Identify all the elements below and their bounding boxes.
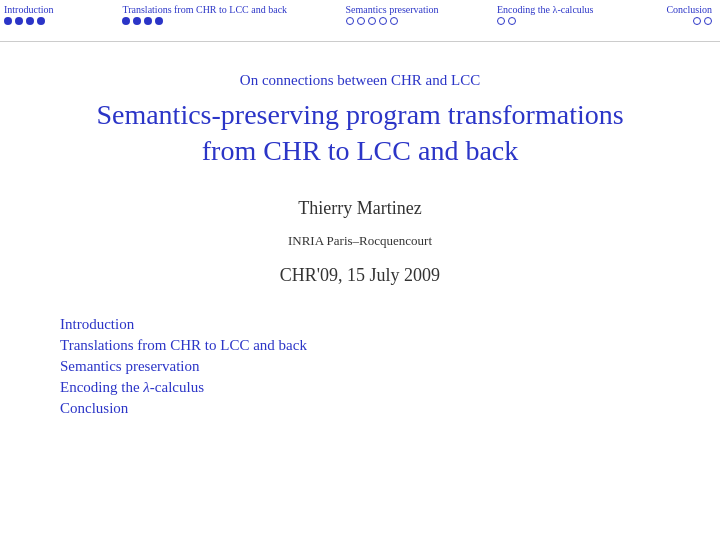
- title-line-2: from CHR to LCC and back: [202, 135, 519, 166]
- nav-bar: Introduction Translations from CHR to LC…: [0, 0, 720, 42]
- nav-item-encoding[interactable]: Encoding the λ-calculus: [497, 4, 593, 25]
- toc-item-translations[interactable]: Translations from CHR to LCC and back: [60, 337, 307, 354]
- toc-item-encoding[interactable]: Encoding the λ-calculus: [60, 379, 307, 396]
- nav-label-semantics: Semantics preservation: [346, 4, 439, 15]
- dot-1: [346, 17, 354, 25]
- dot-2: [508, 17, 516, 25]
- dot-1: [693, 17, 701, 25]
- nav-label-encoding: Encoding the λ-calculus: [497, 4, 593, 15]
- main-content: On connections between CHR and LCC Seman…: [0, 42, 720, 437]
- dot-2: [357, 17, 365, 25]
- main-title: Semantics-preserving program transformat…: [96, 97, 623, 170]
- nav-item-translations[interactable]: Translations from CHR to LCC and back: [122, 4, 287, 25]
- nav-label-translations: Translations from CHR to LCC and back: [122, 4, 287, 15]
- conference-date: CHR'09, 15 July 2009: [280, 265, 440, 286]
- dot-3: [368, 17, 376, 25]
- toc-item-conclusion[interactable]: Conclusion: [60, 400, 307, 417]
- nav-item-conclusion[interactable]: Conclusion: [652, 4, 712, 25]
- institution-name: INRIA Paris–Rocquencourt: [288, 233, 432, 249]
- dot-3: [26, 17, 34, 25]
- dot-2: [704, 17, 712, 25]
- subtitle: On connections between CHR and LCC: [240, 72, 480, 89]
- toc-item-semantics[interactable]: Semantics preservation: [60, 358, 307, 375]
- nav-dots-introduction: [4, 17, 45, 25]
- table-of-contents: Introduction Translations from CHR to LC…: [60, 316, 307, 417]
- author-name: Thierry Martinez: [298, 198, 421, 219]
- dot-1: [4, 17, 12, 25]
- dot-5: [390, 17, 398, 25]
- nav-item-introduction[interactable]: Introduction: [4, 4, 64, 25]
- dot-4: [155, 17, 163, 25]
- nav-label-introduction: Introduction: [4, 4, 53, 15]
- dot-2: [15, 17, 23, 25]
- dot-4: [37, 17, 45, 25]
- title-line-1: Semantics-preserving program transformat…: [96, 99, 623, 130]
- toc-item-introduction[interactable]: Introduction: [60, 316, 307, 333]
- nav-dots-translations: [122, 17, 163, 25]
- dot-1: [122, 17, 130, 25]
- dot-4: [379, 17, 387, 25]
- dot-1: [497, 17, 505, 25]
- dot-2: [133, 17, 141, 25]
- nav-item-semantics[interactable]: Semantics preservation: [346, 4, 439, 25]
- nav-dots-conclusion: [693, 17, 712, 25]
- dot-3: [144, 17, 152, 25]
- nav-dots-encoding: [497, 17, 516, 25]
- nav-label-conclusion: Conclusion: [666, 4, 712, 15]
- nav-dots-semantics: [346, 17, 398, 25]
